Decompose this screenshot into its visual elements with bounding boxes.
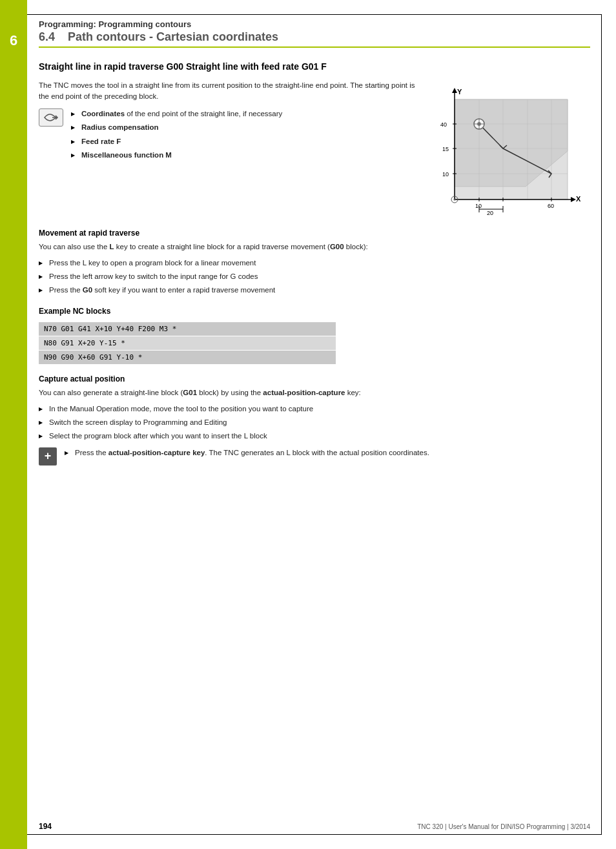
left-sidebar: 6 (0, 0, 27, 849)
diagram-svg: Y X 40 15 10 10 (435, 87, 584, 216)
page-container: 6 Programming: Programming contours 6.4 … (0, 0, 616, 849)
section-number: 6.4 (39, 30, 55, 43)
icon-box: Coordinates of the end point of the stra… (39, 108, 422, 163)
capture-icon-bullet: Press the actual-position-capture key. T… (65, 447, 429, 458)
capture-bullet-2: Switch the screen display to Programming… (39, 417, 590, 428)
top-border (27, 14, 602, 15)
svg-text:20: 20 (487, 210, 493, 216)
capture-icon-row: + Press the actual-position-capture key.… (39, 447, 590, 465)
capture-heading: Capture actual position (39, 374, 590, 384)
svg-point-36 (454, 198, 456, 200)
nc-blocks-table: N70 G01 G41 X+10 Y+40 F200 M3 * N80 G91 … (39, 322, 336, 364)
subsection-heading: Straight line in rapid traverse G00 Stra… (39, 61, 590, 74)
bullet-radius: Radius compensation (71, 122, 282, 133)
movement-bullet-1: Press the L key to open a program block … (39, 258, 590, 269)
bullet-misc: Miscellaneous function M (71, 150, 282, 161)
movement-bullet-2: Press the left arrow key to switch to th… (39, 271, 590, 282)
capture-text: You can also generate a straight-line bl… (39, 387, 590, 398)
main-content: Programming: Programming contours 6.4 Pa… (39, 19, 590, 465)
capture-bullet-1: In the Manual Operation mode, move the t… (39, 404, 590, 414)
section-title: 6.4 Path contours - Cartesian coordinate… (39, 30, 590, 48)
nc-row-3: N90 G90 X+60 G91 Y-10 * (39, 351, 336, 364)
svg-text:X: X (576, 195, 581, 203)
nc-blocks-section: Example NC blocks N70 G01 G41 X+10 Y+40 … (39, 307, 590, 364)
intro-text: The TNC moves the tool in a straight lin… (39, 80, 422, 103)
intro-right: Y X 40 15 10 10 (435, 80, 590, 216)
movement-section: Movement at rapid traverse You can also … (39, 229, 590, 296)
bottom-border (27, 834, 602, 835)
nc-blocks-heading: Example NC blocks (39, 307, 590, 316)
capture-icon-bullets: Press the actual-position-capture key. T… (65, 447, 429, 461)
plus-icon: + (39, 447, 57, 465)
capture-section: Capture actual position You can also gen… (39, 374, 590, 465)
nc-row-2: N80 G91 X+20 Y-15 * (39, 336, 336, 350)
svg-text:10: 10 (475, 203, 482, 209)
movement-heading: Movement at rapid traverse (39, 229, 590, 238)
movement-bullets: Press the L key to open a program block … (39, 258, 590, 296)
key-icon (39, 108, 63, 127)
page-number: 194 (39, 822, 52, 831)
chapter-title: Programming: Programming contours (39, 19, 590, 29)
svg-text:60: 60 (548, 203, 554, 209)
bullet-coordinates: Coordinates of the end point of the stra… (71, 108, 282, 119)
chapter-number: 6 (10, 32, 17, 49)
right-border (601, 14, 602, 835)
bullets-list: Coordinates of the end point of the stra… (71, 108, 282, 163)
capture-bullet-3: Select the program block after which you… (39, 431, 590, 442)
nc-row-1: N70 G01 G41 X+10 Y+40 F200 M3 * (39, 322, 336, 336)
section-title-text: Path contours - Cartesian coordinates (68, 30, 278, 43)
footer: 194 TNC 320 | User's Manual for DIN/ISO … (39, 822, 590, 831)
svg-text:Y: Y (457, 88, 462, 96)
svg-text:10: 10 (442, 171, 449, 178)
capture-bullets: In the Manual Operation mode, move the t… (39, 404, 590, 442)
intro-left: The TNC moves the tool in a straight lin… (39, 80, 422, 216)
movement-text: You can also use the L key to create a s… (39, 241, 590, 252)
footer-manual-text: TNC 320 | User's Manual for DIN/ISO Prog… (417, 823, 590, 830)
bullet-feedrate: Feed rate F (71, 136, 282, 147)
svg-text:40: 40 (440, 121, 447, 128)
svg-text:15: 15 (442, 146, 449, 152)
movement-bullet-3: Press the G0 soft key if you want to ent… (39, 285, 590, 296)
diagram-container: Y X 40 15 10 10 (435, 87, 584, 216)
intro-section: The TNC moves the tool in a straight lin… (39, 80, 590, 216)
